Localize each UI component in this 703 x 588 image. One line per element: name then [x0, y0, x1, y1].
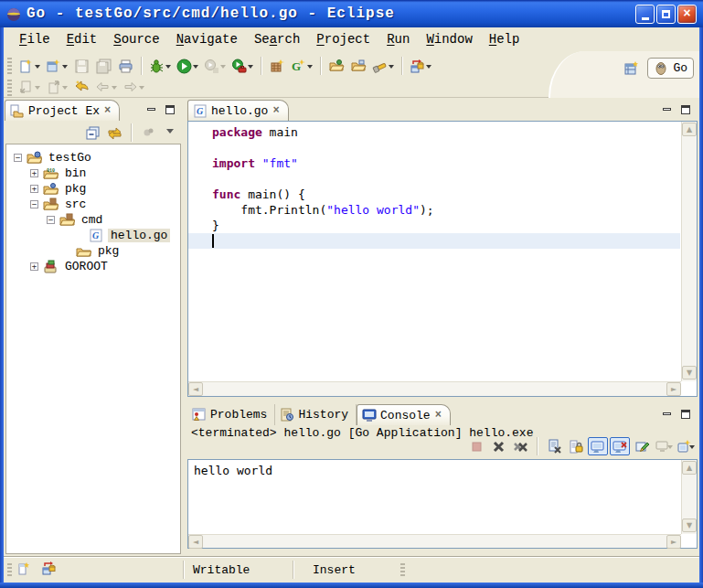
current-code-line[interactable] [188, 233, 680, 249]
tree-label[interactable]: pkg [62, 182, 89, 196]
tree-label[interactable]: testGo [46, 151, 94, 165]
scroll-left-icon[interactable]: ◄ [188, 382, 203, 396]
menu-window[interactable]: Window [418, 30, 480, 48]
view-menu-button[interactable] [160, 123, 180, 142]
close-console-icon[interactable]: × [434, 409, 442, 422]
tree-label[interactable]: src [62, 198, 89, 211]
code-line[interactable]: fmt.Println("hello world"); [188, 202, 680, 218]
menu-help[interactable]: Help [481, 30, 528, 48]
code-line[interactable] [188, 171, 680, 187]
tree-label[interactable]: pkg [95, 244, 122, 258]
scroll-right-icon[interactable]: ► [666, 382, 681, 396]
console-vertical-scrollbar[interactable]: ▲ ▼ [681, 460, 697, 534]
scroll-down-icon[interactable]: ▼ [682, 366, 697, 380]
remove-all-terminated-button[interactable] [510, 437, 530, 455]
show-stderr-button[interactable] [610, 437, 630, 455]
tree-label[interactable]: cmd [79, 213, 105, 227]
tab-problems[interactable]: Problems [187, 404, 275, 425]
scroll-left-icon[interactable]: ◄ [188, 535, 203, 549]
code-line[interactable]: package main [188, 124, 680, 140]
open-console-button[interactable] [676, 437, 696, 455]
tree-row-goroot[interactable]: + GOROOT [30, 259, 111, 274]
toolbar-grip[interactable] [7, 80, 12, 96]
next-annotation-button[interactable] [16, 79, 43, 96]
remove-launch-button[interactable] [488, 437, 508, 455]
code-line[interactable] [188, 140, 680, 155]
clear-console-button[interactable] [544, 437, 564, 455]
code-line[interactable]: } [188, 218, 680, 233]
menu-file[interactable]: File [11, 30, 59, 48]
menu-search[interactable]: Search [246, 30, 308, 48]
scroll-right-icon[interactable]: ► [666, 535, 681, 549]
expander-icon[interactable]: − [30, 200, 38, 208]
maximize-button[interactable] [656, 5, 676, 24]
search-button[interactable] [369, 55, 397, 77]
tab-hello-go[interactable]: G hello.go × [187, 100, 289, 121]
scroll-up-icon[interactable]: ▲ [682, 461, 697, 475]
tab-history[interactable]: History [275, 404, 357, 425]
run-history-button[interactable] [201, 55, 229, 77]
tree-row-bin[interactable]: + 010 bin [30, 166, 89, 181]
expander-icon[interactable]: − [47, 216, 55, 224]
code-content[interactable]: package main import "fmt" func main() { … [188, 124, 680, 249]
console-output-area[interactable]: hello world ▲ ▼ ◄ ► [187, 459, 698, 549]
save-button[interactable] [70, 55, 92, 77]
fast-view-icon[interactable] [16, 561, 32, 576]
new-wizard-button[interactable] [16, 55, 43, 77]
menu-navigate[interactable]: Navigate [168, 30, 246, 48]
scroll-down-icon[interactable]: ▼ [682, 519, 697, 532]
save-all-button[interactable] [92, 55, 114, 77]
tree-row-hello-go[interactable]: G hello.go [76, 228, 170, 243]
tree-row-cmd[interactable]: − cmd [47, 212, 105, 228]
menu-run[interactable]: Run [378, 30, 418, 48]
explorer-tree[interactable]: − testGo + 010 bin + pkg − src − [5, 144, 181, 554]
code-editor[interactable]: package main import "fmt" func main() { … [187, 121, 698, 397]
scroll-lock-button[interactable] [566, 437, 586, 455]
print-button[interactable] [114, 55, 136, 77]
previous-annotation-button[interactable] [43, 79, 70, 96]
toolbar-grip[interactable] [7, 58, 12, 74]
tab-console[interactable]: Console × [357, 404, 451, 425]
maximize-console-button[interactable] [677, 407, 694, 421]
new-project-button[interactable] [43, 55, 70, 77]
menu-project[interactable]: Project [308, 30, 378, 48]
tree-row-src[interactable]: − src [30, 197, 89, 212]
editor-vertical-scrollbar[interactable]: ▲ ▼ [681, 122, 697, 381]
tree-label[interactable]: hello.go [108, 229, 170, 242]
tab-project-explorer[interactable]: Project Ex × [5, 100, 120, 121]
expander-icon[interactable]: + [30, 185, 38, 193]
external-tools-button[interactable] [229, 55, 256, 77]
scroll-up-icon[interactable]: ▲ [682, 123, 697, 136]
minimize-button[interactable] [635, 5, 655, 24]
terminate-button[interactable] [466, 437, 486, 455]
forward-button[interactable] [120, 79, 147, 96]
display-selected-console-button[interactable] [654, 437, 674, 455]
editor-horizontal-scrollbar[interactable]: ◄ ► [188, 381, 681, 396]
menu-edit[interactable]: Edit [59, 30, 106, 48]
minimize-view-button[interactable] [143, 102, 159, 116]
console-horizontal-scrollbar[interactable]: ◄ ► [188, 534, 681, 548]
new-go-package-button[interactable] [266, 55, 288, 77]
open-perspective-button[interactable] [620, 57, 642, 79]
debug-button[interactable] [146, 55, 174, 77]
close-button[interactable]: × [677, 5, 697, 24]
code-line[interactable]: func main() { [188, 187, 680, 202]
expander-icon[interactable]: + [30, 262, 38, 271]
tree-label[interactable]: GOROOT [62, 260, 111, 273]
new-go-element-button[interactable]: G [288, 55, 315, 77]
show-stdout-button[interactable] [588, 437, 608, 455]
tree-row-testgo[interactable]: − testGo [14, 150, 94, 166]
code-line[interactable]: import "fmt" [188, 155, 680, 171]
close-editor-icon[interactable]: × [272, 104, 280, 117]
import-button[interactable] [325, 55, 347, 77]
title-bar[interactable]: Go - testGo/src/cmd/hello.go - Eclipse × [0, 0, 703, 27]
sync-build-icon[interactable] [41, 561, 57, 576]
expander-icon[interactable]: − [14, 154, 22, 162]
go-perspective-button[interactable]: Go [647, 58, 694, 79]
tree-row-pkg-src[interactable]: pkg [63, 243, 122, 259]
menu-source[interactable]: Source [105, 30, 167, 48]
sync-button[interactable] [407, 55, 434, 77]
close-view-icon[interactable]: × [103, 104, 112, 117]
maximize-editor-button[interactable] [677, 102, 694, 116]
export-button[interactable] [347, 55, 369, 77]
